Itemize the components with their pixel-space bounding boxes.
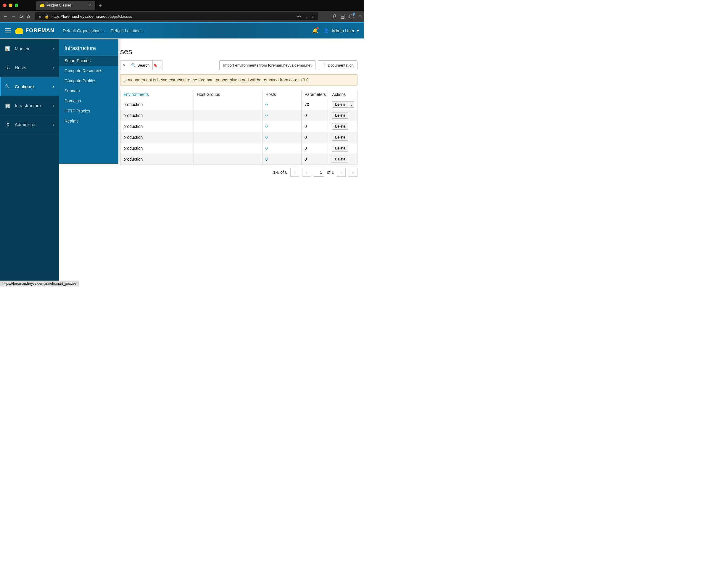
cell-environment: production	[120, 154, 194, 165]
brand-logo[interactable]: FOREMAN	[15, 28, 54, 34]
search-clear-button[interactable]: ×	[120, 60, 128, 70]
hardhat-icon	[15, 28, 23, 34]
chevron-right-icon: ›	[53, 103, 54, 108]
sidebar-item-configure[interactable]: 🔧 Configure ›	[0, 77, 59, 96]
chevron-down-icon: ⌄	[102, 29, 105, 33]
account-icon[interactable]: ◯	[349, 14, 354, 19]
table-row: production00Delete	[120, 121, 358, 132]
delete-button[interactable]: Delete	[332, 101, 348, 108]
delete-button[interactable]: Delete	[332, 112, 348, 119]
cell-hostgroups	[194, 154, 262, 165]
cell-actions: Delete	[329, 132, 358, 143]
tab-title: Puppet Classes	[47, 3, 71, 7]
cell-hosts-link[interactable]: 0	[262, 154, 301, 165]
delete-button[interactable]: Delete	[332, 156, 348, 162]
cell-hosts-link[interactable]: 0	[262, 132, 301, 143]
user-menu[interactable]: 👤 Admin User ▾	[323, 28, 359, 34]
import-environments-button[interactable]: Import environments from foreman.heyvald…	[219, 60, 315, 70]
back-button[interactable]: ←	[3, 14, 8, 19]
window-close-button[interactable]	[3, 4, 6, 7]
window-controls	[3, 4, 18, 7]
window-minimize-button[interactable]	[9, 4, 12, 7]
page-title: ses	[118, 45, 364, 60]
browser-tab[interactable]: Puppet Classes ×	[36, 1, 95, 10]
submenu-item[interactable]: Compute Profiles	[59, 76, 118, 86]
cell-hosts-link[interactable]: 0	[262, 121, 301, 132]
first-page-button[interactable]: «	[290, 168, 299, 177]
cell-parameters: 0	[301, 121, 329, 132]
bookmark-star-icon[interactable]: ☆	[311, 14, 315, 19]
nav-toggle-button[interactable]	[5, 29, 11, 33]
sidebar-item-infrastructure[interactable]: 🏢 Infrastructure ›	[0, 96, 59, 115]
window-maximize-button[interactable]	[15, 4, 18, 7]
tab-close-icon[interactable]: ×	[89, 3, 91, 8]
address-bar[interactable]: ⛨ 🔒 https://foreman.heyvaldemar.net/pupp…	[35, 12, 318, 20]
home-button[interactable]: ⌂	[27, 14, 30, 19]
submenu-item[interactable]: Smart Proxies	[59, 56, 118, 66]
cell-parameters: 0	[301, 132, 329, 143]
table-header-row: Environments Host Groups Hosts Parameter…	[120, 90, 358, 99]
table-row: production00Delete	[120, 143, 358, 154]
delete-dropdown-toggle[interactable]: ⌄	[348, 101, 354, 108]
last-page-button[interactable]: »	[349, 168, 358, 177]
dashboard-icon: 📊	[5, 46, 11, 52]
submenu-item[interactable]: Subnets	[59, 86, 118, 96]
cell-hosts-link[interactable]: 0	[262, 110, 301, 121]
documentation-button[interactable]: ❔ Documentation	[318, 60, 358, 70]
col-hosts[interactable]: Hosts	[262, 90, 301, 99]
import-button-label: Import environments from foreman.heyvald…	[223, 63, 311, 67]
col-environments[interactable]: Environments	[120, 90, 194, 99]
browser-tab-bar: Puppet Classes × ＋	[0, 0, 364, 11]
sidebar-item-hosts[interactable]: 🖧 Hosts ›	[0, 58, 59, 77]
library-icon[interactable]: ⎙	[333, 14, 336, 19]
bookmark-dropdown-button[interactable]: 🔖 ⌄	[152, 60, 162, 70]
server-icon: 🖧	[5, 65, 11, 70]
cell-hosts-link[interactable]: 0	[262, 99, 301, 110]
cell-actions: Delete	[329, 143, 358, 154]
user-icon: 👤	[323, 28, 329, 34]
organization-label: Default Organization	[63, 29, 101, 33]
submenu-item[interactable]: HTTP Proxies	[59, 106, 118, 116]
submenu-item[interactable]: Domains	[59, 96, 118, 106]
table-row: production070Delete⌄	[120, 99, 358, 110]
delete-button[interactable]: Delete	[332, 145, 348, 152]
submenu-title: Infrastructure	[59, 43, 118, 56]
cell-hosts-link[interactable]: 0	[262, 143, 301, 154]
pocket-icon[interactable]: ⌄	[305, 14, 308, 19]
tab-favicon-icon	[40, 4, 44, 7]
cell-hostgroups	[194, 132, 262, 143]
cell-parameters: 0	[301, 110, 329, 121]
sidebar-item-monitor[interactable]: 📊 Monitor ›	[0, 39, 59, 58]
network-icon: 🏢	[5, 103, 11, 108]
next-page-button[interactable]: ›	[337, 168, 346, 177]
cell-environment: production	[120, 121, 194, 132]
sidebar-item-label: Infrastructure	[15, 103, 41, 108]
col-actions: Actions	[329, 90, 358, 99]
cell-actions: Delete	[329, 154, 358, 165]
cell-parameters: 0	[301, 143, 329, 154]
delete-button[interactable]: Delete	[332, 134, 348, 141]
col-hostgroups[interactable]: Host Groups	[194, 90, 262, 99]
prev-page-button[interactable]: ‹	[302, 168, 311, 177]
submenu-item[interactable]: Compute Resources	[59, 66, 118, 76]
col-parameters[interactable]: Parameters	[301, 90, 329, 99]
chevron-right-icon: ›	[53, 122, 54, 127]
deprecation-alert: s management is being extracted to the f…	[120, 74, 358, 86]
documentation-label: Documentation	[328, 63, 354, 67]
search-icon: 🔍	[131, 63, 136, 67]
location-selector[interactable]: Default Location ⌄	[111, 29, 145, 33]
submenu-item[interactable]: Realms	[59, 116, 118, 126]
app-menu-icon[interactable]: ≡	[358, 14, 361, 19]
sidebar-icon[interactable]: ▤	[340, 14, 345, 19]
sidebar-item-administer[interactable]: ⚙ Administer ›	[0, 115, 59, 134]
forward-button[interactable]: →	[11, 14, 16, 19]
notification-bell-icon[interactable]: 🔔	[312, 28, 318, 34]
more-icon[interactable]: •••	[297, 14, 301, 19]
organization-selector[interactable]: Default Organization ⌄	[63, 29, 105, 33]
delete-button[interactable]: Delete	[332, 123, 348, 129]
search-button[interactable]: 🔍 Search	[128, 60, 152, 70]
cell-hostgroups	[194, 110, 262, 121]
new-tab-button[interactable]: ＋	[98, 2, 103, 9]
reload-button[interactable]: ⟳	[19, 14, 23, 19]
page-number-input[interactable]	[314, 168, 324, 177]
